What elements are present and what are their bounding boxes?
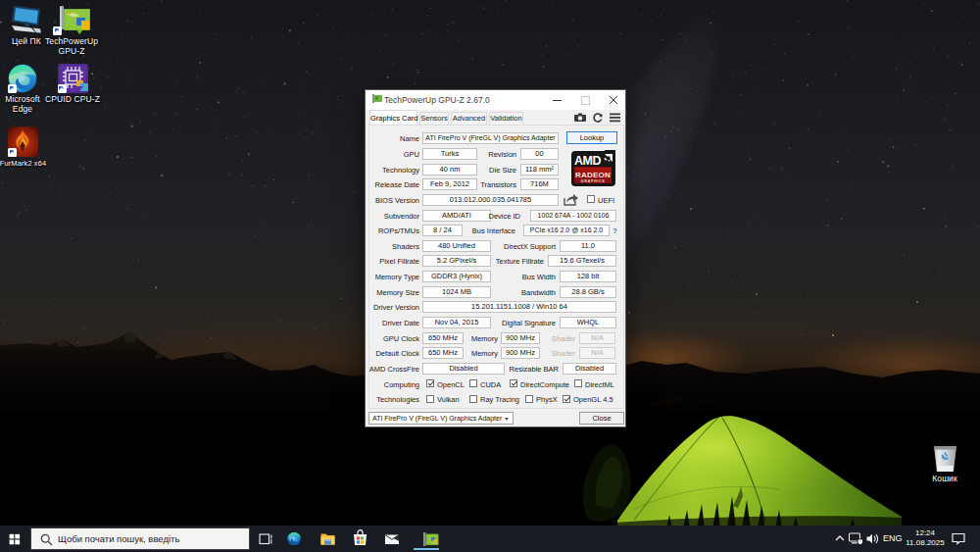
svg-text:GRAPHICS: GRAPHICS bbox=[581, 179, 606, 183]
svg-text:RADEON: RADEON bbox=[575, 171, 611, 179]
svg-text:AMD: AMD bbox=[574, 154, 601, 168]
